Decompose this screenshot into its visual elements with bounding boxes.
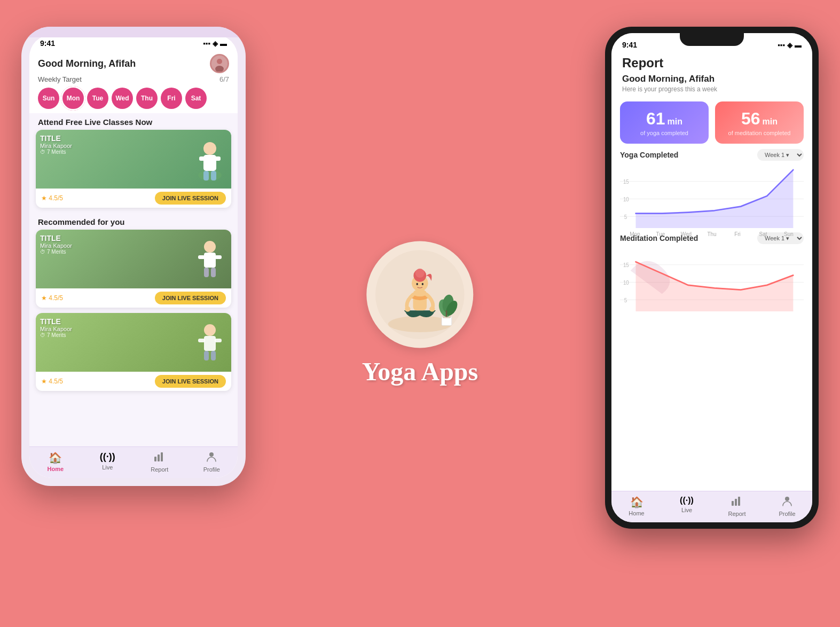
yoga-axis-sat: Sat [750,231,776,237]
join-btn-1[interactable]: JOIN LIVE SESSION [155,192,226,205]
live-class-card-1[interactable]: TITLE Mira Kapoor ⏱7 Merits [36,130,231,208]
wifi-icon-right: ◈ [787,41,792,49]
signal-icon-right: ▪▪▪ [778,41,785,49]
profile-icon-right [781,496,793,509]
meditation-stat-card: 56 min of meditation completed [715,101,804,144]
svg-rect-9 [211,171,216,181]
yoga-stat-unit: min [668,117,682,127]
day-thu[interactable]: Thu [136,88,158,109]
nav-live-left[interactable]: ((·)) Live [82,451,134,473]
rec2-title: TITLE [40,317,72,326]
svg-rect-20 [204,351,209,360]
join-btn-3[interactable]: JOIN LIVE SESSION [155,375,226,388]
yoga-chart-label: Yoga Completed [620,151,678,159]
svg-rect-21 [211,351,216,360]
svg-rect-15 [211,268,216,277]
meditation-chart-section: Meditation Completed Week 1 ▾ 5 [611,232,812,316]
status-time-right: 9:41 [622,41,637,49]
nav-profile-label-right: Profile [779,511,795,517]
recommended-card-1[interactable]: TITLE Mira Kapoor ⏱7 Merits [36,230,231,308]
right-scroll: Yoga Completed Week 1 ▾ 5 [611,149,812,491]
yoga-week-selector[interactable]: Week 1 ▾ [757,149,804,161]
right-phone: 9:41 ▪▪▪ ◈ ▬ Report Good Morning, Afifah… [605,27,819,529]
join-btn-2[interactable]: JOIN LIVE SESSION [155,292,226,304]
live-icon-right: ((·)) [680,496,694,505]
battery-icon-right: ▬ [795,41,802,49]
svg-text:10: 10 [623,196,629,202]
svg-rect-14 [204,268,209,277]
yoga-chart-section: Yoga Completed Week 1 ▾ 5 [611,149,812,232]
rec2-instructor: Mira Kapoor [40,326,72,332]
svg-point-39 [422,283,423,285]
svg-point-16 [204,324,216,336]
recommended-card-2[interactable]: TITLE Mira Kapoor ⏱7 Merits [36,313,231,391]
svg-text:10: 10 [623,279,629,286]
yoga-axis-tue: Tue [648,231,673,237]
card1-rating: ★ 4.5/5 [41,194,63,202]
home-icon-left: 🏠 [49,451,62,464]
svg-rect-18 [198,339,205,342]
center-logo: Yoga Apps [362,241,478,386]
nav-report-right[interactable]: Report [712,496,762,517]
svg-rect-17 [204,336,216,351]
report-icon-left [154,451,166,465]
report-icon-right [731,496,743,509]
yoga-axis-fri: Fri [725,231,750,237]
day-mon[interactable]: Mon [62,88,84,109]
nav-live-label-right: Live [681,507,692,513]
nav-live-right[interactable]: ((·)) Live [662,496,712,517]
svg-rect-6 [199,156,207,161]
svg-rect-54 [732,501,734,506]
nav-home-left[interactable]: 🏠 Home [29,451,82,473]
nav-profile-right[interactable]: Profile [762,496,812,517]
svg-rect-7 [213,156,221,161]
svg-text:15: 15 [623,262,629,269]
yoga-axis-mon: Mon [622,231,648,237]
right-header: Report Good Morning, Afifah Here is your… [611,51,812,96]
left-greeting: Good Morning, Afifah [38,58,136,69]
day-fri[interactable]: Fri [161,88,182,109]
svg-rect-55 [735,499,737,506]
day-wed[interactable]: Wed [112,88,133,109]
status-time-left: 9:41 [40,39,55,48]
rec1-title: TITLE [40,234,72,242]
svg-rect-19 [215,339,222,342]
card1-instructor: Mira Kapoor [40,143,72,149]
rec1-duration: ⏱7 Merits [40,249,72,255]
battery-icon: ▬ [220,40,227,48]
svg-rect-11 [204,253,216,268]
nav-home-right[interactable]: 🏠 Home [611,496,662,517]
nav-profile-label-left: Profile [203,466,220,473]
meditation-stat-desc: of meditation completed [728,130,791,136]
day-sat[interactable]: Sat [185,88,207,109]
svg-point-57 [785,497,789,501]
meditation-stat-unit: min [763,117,778,127]
card1-duration: ⏱7 Merits [40,149,72,155]
svg-rect-33 [446,310,448,317]
live-icon-left: ((·)) [100,451,115,463]
progress-subtitle: Here is your progress this a week [622,85,802,93]
home-icon-right: 🏠 [630,496,643,508]
nav-report-label-left: Report [151,466,168,473]
nav-home-label-right: Home [629,510,644,516]
nav-home-label-left: Home [47,466,64,472]
svg-point-38 [417,283,418,285]
svg-point-40 [405,307,410,312]
scroll-content-left: Attend Free Live Classes Now TITLE Mira … [29,113,238,446]
nav-live-label-left: Live [102,464,113,471]
nav-report-left[interactable]: Report [134,451,186,473]
nav-profile-left[interactable]: Profile [186,451,238,473]
logo-circle [367,241,474,348]
svg-rect-12 [198,255,205,259]
svg-rect-13 [215,255,222,259]
day-tue[interactable]: Tue [87,88,108,109]
rec1-instructor: Mira Kapoor [40,242,72,249]
report-title: Report [622,56,802,70]
live-section-title: Attend Free Live Classes Now [29,113,238,130]
bottom-nav-left: 🏠 Home ((·)) Live Report [29,446,238,478]
yoga-illustration [375,249,466,340]
wifi-icon: ◈ [213,40,218,48]
nav-report-label-right: Report [728,511,745,517]
day-sun[interactable]: Sun [38,88,59,109]
yoga-axis-thu: Thu [699,231,725,237]
